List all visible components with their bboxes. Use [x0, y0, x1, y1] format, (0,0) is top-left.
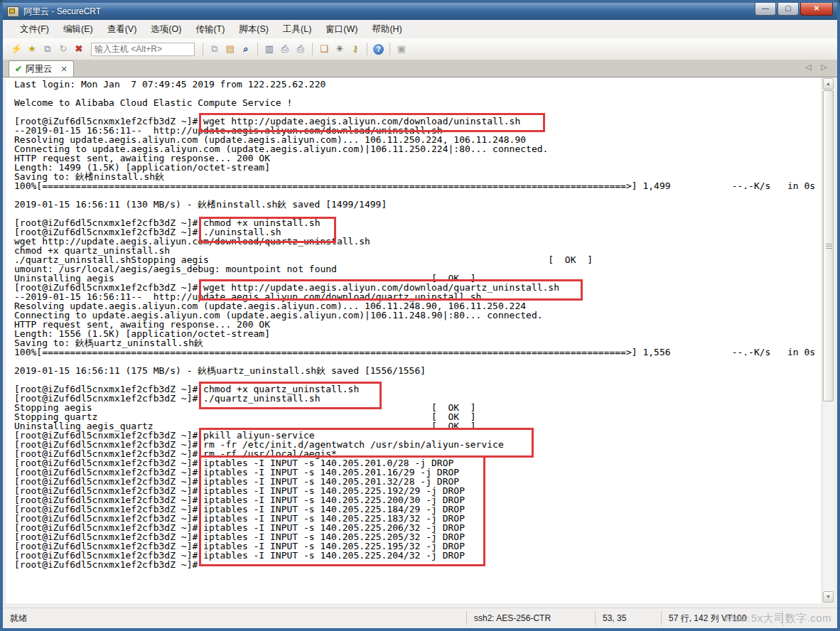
- status-encryption: ssh2: AES-256-CTR: [466, 611, 595, 625]
- help-icon[interactable]: ?: [373, 44, 384, 55]
- terminal-line: Welcome to Alibaba Cloud Elastic Compute…: [14, 98, 822, 107]
- toolbar-separator: [203, 43, 203, 55]
- paste-icon[interactable]: ▤: [223, 43, 237, 55]
- session-tab-icon: ▣: [394, 43, 409, 55]
- minimize-button[interactable]: —: [755, 3, 776, 16]
- scrollbar[interactable]: ▲ ▼: [822, 77, 834, 603]
- terminal-line: 2019-01-15 16:56:11 (130 MB/s) - 鈥榰ninst…: [14, 200, 822, 209]
- menu-item-view[interactable]: 查看(V): [100, 21, 144, 38]
- highlight-box-wget-quartz: [199, 279, 583, 301]
- clone-session-icon[interactable]: ⧉: [41, 43, 55, 55]
- connect-icon[interactable]: ★: [25, 43, 39, 55]
- host-input[interactable]: [91, 43, 195, 56]
- close-button[interactable]: ✕: [800, 3, 833, 16]
- status-ready: 就绪: [3, 613, 466, 625]
- terminal-line: 100%[===================================…: [14, 181, 822, 190]
- highlight-box-iptables: [199, 455, 485, 566]
- find-icon[interactable]: ⌕: [239, 43, 253, 55]
- disconnect-icon[interactable]: ✖: [72, 43, 86, 55]
- app-icon: [7, 6, 19, 17]
- toolbar-separator: [367, 43, 367, 55]
- keygen-icon[interactable]: ⚷: [348, 43, 362, 55]
- toolbar-separator: [389, 43, 390, 55]
- window-title: 阿里云 - SecureCRT: [23, 6, 101, 18]
- connected-check-icon: ✔: [15, 64, 22, 74]
- status-terminal-size: 57 行, 142 列 VT100: [661, 611, 782, 625]
- print-icon[interactable]: ⎙: [294, 43, 308, 55]
- scrollbar-down-icon[interactable]: ▼: [823, 591, 834, 603]
- terminal-area: Last login: Mon Jan 7 07:49:45 2019 from…: [6, 77, 834, 603]
- menu-item-options[interactable]: 选项(O): [144, 21, 188, 38]
- scrollbar-up-icon[interactable]: ▲: [823, 78, 834, 90]
- menu-item-edit[interactable]: 编辑(E): [56, 21, 100, 38]
- tab-label: 阿里云: [26, 63, 53, 75]
- terminal-line: 2019-01-15 16:56:11 (175 MB/s) - 鈥榪uartz…: [14, 366, 822, 375]
- status-empty-cell: [782, 611, 837, 625]
- scrollbar-thumb[interactable]: [823, 90, 834, 401]
- highlight-box-chmod-quartz: [199, 382, 382, 409]
- tab-aliyun[interactable]: ✔ 阿里云 ✕: [9, 60, 74, 77]
- status-bar: 就绪 ssh2: AES-256-CTR 53, 35 57 行, 142 列 …: [3, 608, 837, 628]
- menu-item-file[interactable]: 文件(F): [13, 21, 56, 38]
- highlight-box-chmod-uninstall: [199, 217, 336, 243]
- terminal-line: 100%[===================================…: [14, 347, 822, 357]
- status-cursor-position: 53, 35: [595, 611, 661, 625]
- menu-bar: 文件(F)编辑(E)查看(V)选项(O)传输(T)脚本(S)工具(L)窗口(W)…: [3, 20, 837, 39]
- menu-item-window[interactable]: 窗口(W): [318, 21, 365, 38]
- menu-item-script[interactable]: 脚本(S): [232, 21, 276, 38]
- copy-icon: ⧉: [208, 43, 222, 55]
- app-window: 阿里云 - SecureCRT — ▢ ✕ 文件(F)编辑(E)查看(V)选项(…: [0, 0, 840, 631]
- maximize-button[interactable]: ▢: [777, 3, 799, 16]
- tab-scroll-right-icon[interactable]: ▷: [822, 63, 827, 72]
- highlight-box-wget-uninstall: [199, 113, 545, 132]
- terminal-line: Last login: Mon Jan 7 07:49:45 2019 from…: [14, 80, 822, 89]
- global-options-icon[interactable]: ✳: [333, 43, 347, 55]
- toolbar-separator: [257, 43, 258, 55]
- reconnect-icon: ↻: [56, 43, 70, 55]
- tab-scroll-left-icon[interactable]: ◁: [805, 63, 811, 72]
- tab-close-icon[interactable]: ✕: [61, 65, 68, 74]
- menu-item-help[interactable]: 帮助(H): [365, 21, 409, 38]
- session-options-icon[interactable]: ❑: [317, 43, 331, 55]
- print-setup-icon[interactable]: ⎙: [278, 43, 292, 55]
- tab-strip: ✔ 阿里云 ✕ ◁ ▷: [3, 60, 837, 77]
- highlight-box-pkill-rm: [199, 428, 534, 458]
- quick-connect-icon[interactable]: ⚡: [9, 43, 23, 55]
- menu-item-transfer[interactable]: 传输(T): [188, 21, 232, 38]
- toolbar: ⚡ ★ ⧉ ↻ ✖ ⧉ ▤ ⌕ ▥ ⎙ ⎙ ❑ ✳ ⚷ ? ▣: [3, 38, 837, 60]
- menu-item-tools[interactable]: 工具(L): [276, 21, 318, 38]
- title-bar[interactable]: 阿里云 - SecureCRT — ▢ ✕: [3, 3, 837, 20]
- print-preview-icon[interactable]: ▥: [262, 43, 276, 55]
- toolbar-separator: [312, 43, 313, 55]
